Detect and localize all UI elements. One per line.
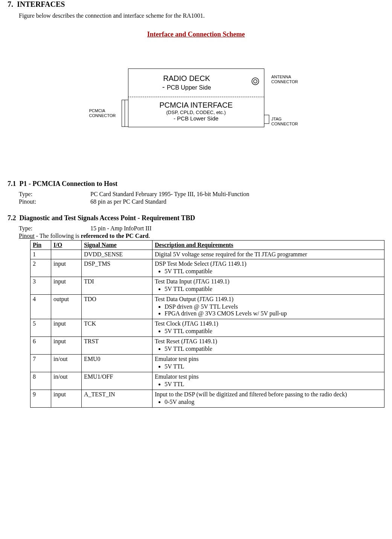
bullet-item: 5V TTL compatible — [165, 346, 382, 352]
radio-deck-sub: - PCB Upper Side — [132, 83, 241, 91]
cell-signal: A_TEST_IN — [82, 390, 153, 408]
cell-io — [51, 250, 82, 259]
pcmcia-label: PCMCIA CONNECTOR — [89, 108, 116, 118]
bullet-item: FPGA driven @ 3V3 CMOS Levels w/ 5V pull… — [165, 310, 382, 317]
type-value: 15 pin - Amp InfoPort III — [90, 225, 384, 232]
desc-bullets: 5V TTL compatible — [155, 268, 382, 275]
cell-signal: TRST — [82, 337, 153, 355]
pcmcia-sub1: (DSP, CPLD, CODEC, etc.) — [132, 110, 260, 115]
desc-bullets: 0-5V analog — [155, 399, 382, 405]
col-desc: Description and Requirements — [153, 241, 384, 250]
desc-text: Input to the DSP (will be digitized and … — [155, 391, 382, 398]
desc-text: Test Reset (JTAG 1149.1) — [155, 338, 382, 345]
cell-signal: EMU0 — [82, 355, 153, 372]
pinout-intro: Pinout - The following is referenced to … — [19, 233, 384, 239]
radio-deck-title: RADIO DECK — [132, 74, 241, 83]
type-row: Type: PC Card Standard February 1995- Ty… — [19, 191, 384, 198]
desc-text: Test Data Input (JTAG 1149.1) — [155, 278, 382, 285]
cell-desc: Digital 5V voltage sense required for th… — [153, 250, 384, 259]
desc-text: Emulator test pins — [155, 373, 382, 380]
subsection-title: Diagnostic and Test Signals Access Point… — [20, 214, 195, 222]
cell-pin: 9 — [31, 390, 51, 408]
desc-text: Digital 5V voltage sense required for th… — [155, 251, 382, 258]
interface-diagram: RADIO DECK - PCB Upper Side PCMCIA INTER… — [83, 69, 309, 127]
desc-bullets: 5V TTL — [155, 381, 382, 388]
section-7-2: 7.2 Diagnostic and Test Signals Access P… — [8, 214, 384, 408]
desc-text: Emulator test pins — [155, 356, 382, 362]
cell-desc: Test Clock (JTAG 1149.1)5V TTL compatibl… — [153, 319, 384, 337]
table-row: 1DVDD_SENSEDigital 5V voltage sense requ… — [31, 250, 384, 259]
subsection-heading: 7.2 Diagnostic and Test Signals Access P… — [8, 214, 384, 222]
col-signal: Signal Name — [82, 241, 153, 250]
svg-point-0 — [252, 78, 258, 85]
cell-desc: Test Reset (JTAG 1149.1)5V TTL compatibl… — [153, 337, 384, 355]
pinout-value: 68 pin as per PC Card Standard — [90, 198, 384, 205]
cell-pin: 3 — [31, 277, 51, 295]
pcmcia-title: PCMCIA INTERFACE — [132, 101, 260, 110]
jtag-connector-icon — [264, 115, 269, 124]
heading-text: INTERFACES — [17, 0, 65, 8]
desc-bullets: DSP driven @ 5V TTL LevelsFPGA driven @ … — [155, 303, 382, 317]
table-row: 2inputDSP_TMSDSP Test Mode Select (JTAG … — [31, 259, 384, 277]
col-io: I/O — [51, 241, 82, 250]
table-row: 4outputTDOTest Data Output (JTAG 1149.1)… — [31, 295, 384, 319]
pcb-box: RADIO DECK - PCB Upper Side PCMCIA INTER… — [128, 69, 264, 127]
cell-desc: Test Data Input (JTAG 1149.1)5V TTL comp… — [153, 277, 384, 295]
cell-io: in/out — [51, 372, 82, 390]
cell-signal: TDI — [82, 277, 153, 295]
scheme-title: Interface and Connection Scheme — [8, 30, 384, 38]
cell-desc: DSP Test Mode Select (JTAG 1149.1)5V TTL… — [153, 259, 384, 277]
bullet-item: DSP driven @ 5V TTL Levels — [165, 303, 382, 310]
cell-io: in/out — [51, 355, 82, 372]
cell-signal: DVDD_SENSE — [82, 250, 153, 259]
pinout-label: Pinout: — [19, 198, 90, 205]
bullet-item: 5V TTL compatible — [165, 328, 382, 335]
table-row: 9inputA_TEST_INInput to the DSP (will be… — [31, 390, 384, 408]
bullet-item: 0-5V analog — [165, 399, 382, 405]
cell-pin: 2 — [31, 259, 51, 277]
bullet-item: 5V TTL — [165, 381, 382, 388]
desc-bullets: 5V TTL compatible — [155, 328, 382, 335]
table-row: 5inputTCKTest Clock (JTAG 1149.1)5V TTL … — [31, 319, 384, 337]
desc-bullets: 5V TTL compatible — [155, 286, 382, 292]
table-row: 6inputTRSTTest Reset (JTAG 1149.1)5V TTL… — [31, 337, 384, 355]
subsection-title: P1 - PCMCIA Connection to Host — [20, 180, 117, 187]
cell-pin: 5 — [31, 319, 51, 337]
subsection-num: 7.1 — [8, 180, 16, 187]
jtag-label: JTAG CONNECTOR — [272, 117, 298, 126]
table-row: 3inputTDITest Data Input (JTAG 1149.1)5V… — [31, 277, 384, 295]
desc-bullets: 5V TTL compatible — [155, 346, 382, 352]
cell-desc: Input to the DSP (will be digitized and … — [153, 390, 384, 408]
cell-signal: DSP_TMS — [82, 259, 153, 277]
cell-pin: 7 — [31, 355, 51, 372]
cell-pin: 6 — [31, 337, 51, 355]
cell-signal: TCK — [82, 319, 153, 337]
cell-pin: 8 — [31, 372, 51, 390]
cell-io: input — [51, 390, 82, 408]
bullet-item: 5V TTL — [165, 363, 382, 370]
svg-point-1 — [253, 79, 257, 83]
desc-bullets: 5V TTL — [155, 363, 382, 370]
pinout-row: Pinout: 68 pin as per PC Card Standard — [19, 198, 384, 205]
cell-io: input — [51, 337, 82, 355]
cell-desc: Emulator test pins5V TTL — [153, 355, 384, 372]
pcmcia-sub2: - PCB Lower Side — [132, 115, 260, 122]
cell-io: input — [51, 319, 82, 337]
bullet-item: 5V TTL compatible — [165, 286, 382, 292]
cell-signal: TDO — [82, 295, 153, 319]
cell-pin: 1 — [31, 250, 51, 259]
heading-num: 7. — [8, 0, 13, 8]
cell-pin: 4 — [31, 295, 51, 319]
desc-text: Test Clock (JTAG 1149.1) — [155, 320, 382, 327]
desc-text: DSP Test Mode Select (JTAG 1149.1) — [155, 260, 382, 267]
table-row: 7in/outEMU0Emulator test pins5V TTL — [31, 355, 384, 372]
cell-signal: EMU1/OFF — [82, 372, 153, 390]
type-label: Type: — [19, 191, 90, 198]
intro-text: Figure below describes the connection an… — [19, 12, 384, 19]
desc-text: Test Data Output (JTAG 1149.1) — [155, 296, 382, 303]
col-pin: Pin — [31, 241, 51, 250]
antenna-connector-icon — [251, 77, 259, 85]
bullet-item: 5V TTL compatible — [165, 268, 382, 275]
table-header-row: Pin I/O Signal Name Description and Requ… — [31, 241, 384, 250]
pcmcia-connector-icon — [122, 100, 128, 127]
